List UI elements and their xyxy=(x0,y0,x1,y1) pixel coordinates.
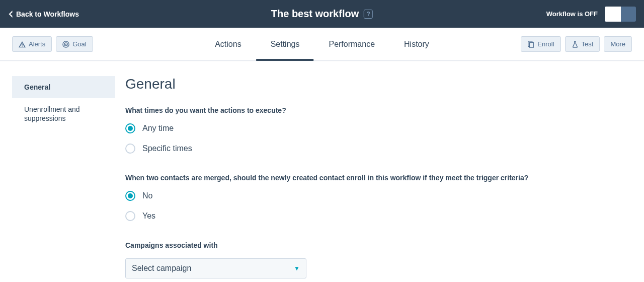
enroll-label: Enroll xyxy=(537,40,554,48)
svg-rect-0 xyxy=(22,44,22,46)
back-to-workflows-link[interactable]: Back to Workflows xyxy=(8,10,79,18)
alerts-button[interactable]: Alerts xyxy=(12,36,52,52)
test-button[interactable]: Test xyxy=(565,36,600,52)
nav-right: Enroll Test More xyxy=(521,36,632,52)
help-icon[interactable]: ? xyxy=(364,10,373,19)
radio-merge-yes[interactable]: Yes xyxy=(125,211,632,221)
alert-icon xyxy=(19,41,26,48)
radio-specific-times[interactable]: Specific times xyxy=(125,144,632,154)
sidebar-item-general[interactable]: General xyxy=(12,76,115,98)
tab-actions[interactable]: Actions xyxy=(215,28,241,60)
chevron-left-icon xyxy=(8,11,13,18)
svg-point-4 xyxy=(65,43,66,44)
top-header: Back to Workflows The best workflow ? Wo… xyxy=(0,0,644,28)
settings-sidebar: General Unenrollment and suppressions xyxy=(12,76,115,278)
content: General Unenrollment and suppressions Ge… xyxy=(0,61,644,282)
select-placeholder: Select campaign xyxy=(132,264,191,273)
tabs: Actions Settings Performance History xyxy=(215,28,429,60)
radio-icon xyxy=(125,123,135,133)
radio-label: No xyxy=(142,191,152,200)
question-execute-times: What times do you want the actions to ex… xyxy=(125,106,632,114)
tab-history[interactable]: History xyxy=(404,28,429,60)
enroll-button[interactable]: Enroll xyxy=(521,36,560,52)
radio-merge-no[interactable]: No xyxy=(125,191,632,201)
nav-bar: Alerts Goal Actions Settings Performance… xyxy=(0,28,644,61)
settings-main: General What times do you want the actio… xyxy=(115,76,632,278)
workflow-title[interactable]: The best workflow xyxy=(271,8,359,20)
toggle-knob xyxy=(605,7,621,22)
more-label: More xyxy=(610,40,625,48)
flask-icon xyxy=(572,41,579,48)
sidebar-item-label: Unenrollment and suppressions xyxy=(24,105,80,122)
svg-rect-1 xyxy=(22,46,22,46)
sidebar-item-label: General xyxy=(24,83,50,91)
sidebar-item-unenrollment[interactable]: Unenrollment and suppressions xyxy=(12,98,115,129)
target-icon xyxy=(62,41,69,48)
radio-icon xyxy=(125,211,135,221)
radio-any-time[interactable]: Any time xyxy=(125,123,632,133)
question-merge-enroll: When two contacts are merged, should the… xyxy=(125,174,632,182)
workflow-toggle[interactable] xyxy=(605,7,636,22)
enroll-icon xyxy=(527,41,534,48)
header-right: Workflow is OFF xyxy=(546,7,636,22)
tab-performance[interactable]: Performance xyxy=(329,28,375,60)
title-wrap: The best workflow ? xyxy=(271,8,373,20)
workflow-status-label: Workflow is OFF xyxy=(546,10,598,18)
goal-button[interactable]: Goal xyxy=(56,36,93,52)
back-label: Back to Workflows xyxy=(16,10,79,18)
radio-icon xyxy=(125,144,135,154)
svg-rect-6 xyxy=(530,42,534,47)
radio-label: Yes xyxy=(142,212,155,221)
radio-label: Any time xyxy=(142,124,174,133)
radio-icon xyxy=(125,191,135,201)
goal-label: Goal xyxy=(72,40,86,48)
test-label: Test xyxy=(582,40,594,48)
campaign-select[interactable]: Select campaign ▼ xyxy=(125,258,306,278)
more-button[interactable]: More xyxy=(604,36,632,52)
page-title: General xyxy=(125,76,632,92)
alerts-label: Alerts xyxy=(29,40,45,48)
campaigns-label: Campaigns associated with xyxy=(125,241,632,249)
radio-label: Specific times xyxy=(142,144,192,153)
chevron-down-icon: ▼ xyxy=(294,265,300,272)
nav-left: Alerts Goal xyxy=(12,36,93,52)
tab-settings[interactable]: Settings xyxy=(271,28,300,60)
